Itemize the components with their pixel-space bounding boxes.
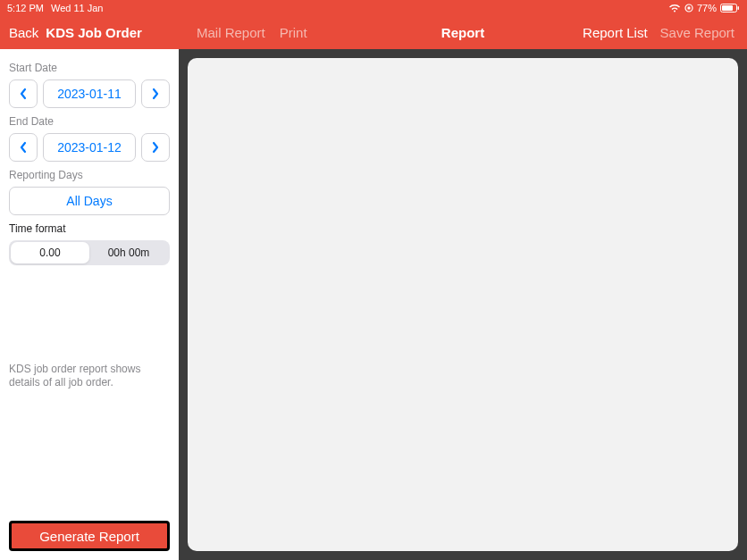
device-statusbar: 5:12 PM Wed 11 Jan 77% — [0, 0, 747, 16]
report-description: KDS job order report shows details of al… — [9, 363, 170, 390]
svg-rect-3 — [722, 5, 733, 11]
time-format-label: Time format — [9, 222, 170, 235]
time-format-decimal[interactable]: 0.00 — [11, 242, 89, 263]
end-date-field[interactable]: 2023-01-12 — [43, 133, 136, 162]
start-date-label: Start Date — [9, 62, 170, 74]
header-center-title: Report — [441, 25, 484, 40]
start-date-prev-button[interactable] — [9, 79, 38, 108]
end-date-label: End Date — [9, 115, 170, 128]
svg-rect-1 — [687, 7, 690, 10]
report-list-button[interactable]: Report List — [583, 25, 648, 40]
print-button[interactable]: Print — [280, 25, 307, 40]
statusbar-time: 5:12 PM — [7, 3, 44, 13]
orientation-lock-icon — [684, 4, 693, 13]
back-button[interactable]: Back — [9, 25, 38, 40]
chevron-right-icon — [151, 141, 160, 154]
save-report-button[interactable]: Save Report — [660, 25, 734, 40]
reporting-days-label: Reporting Days — [9, 169, 170, 181]
battery-percent: 77% — [697, 3, 717, 13]
chevron-right-icon — [151, 88, 160, 100]
report-config-sidebar: Start Date 2023-01-11 End Date 2023-01- — [0, 49, 179, 560]
report-preview-page — [188, 58, 738, 551]
svg-rect-4 — [738, 6, 740, 10]
end-date-next-button[interactable] — [141, 133, 170, 162]
end-date-prev-button[interactable] — [9, 133, 38, 162]
time-format-hms[interactable]: 00h 00m — [89, 242, 168, 263]
statusbar-date: Wed 11 Jan — [51, 3, 104, 13]
wifi-icon — [668, 4, 681, 13]
report-preview-container — [179, 49, 747, 560]
battery-icon — [720, 4, 740, 13]
generate-report-button[interactable]: Generate Report — [9, 521, 170, 551]
start-date-field[interactable]: 2023-01-11 — [43, 79, 136, 108]
page-title: KDS Job Order — [46, 25, 142, 40]
reporting-days-select[interactable]: All Days — [9, 187, 170, 215]
mail-report-button[interactable]: Mail Report — [197, 25, 265, 40]
start-date-next-button[interactable] — [141, 79, 170, 108]
time-format-segmented[interactable]: 0.00 00h 00m — [9, 240, 170, 265]
chevron-left-icon — [19, 88, 28, 100]
chevron-left-icon — [19, 141, 28, 154]
app-header: Back KDS Job Order Mail Report Print Rep… — [0, 16, 747, 49]
